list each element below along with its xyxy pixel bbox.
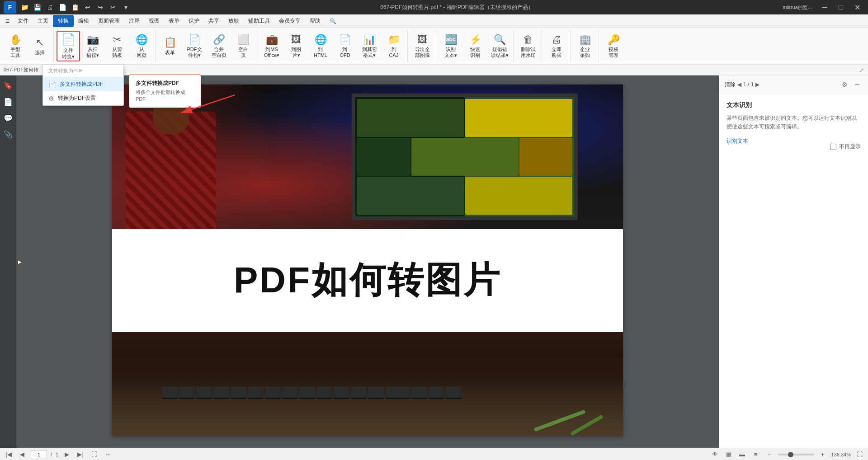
fit-page-btn[interactable]: ⛶	[89, 450, 99, 460]
menu-view[interactable]: 视图	[144, 15, 164, 27]
menu-convert[interactable]: 转换	[53, 15, 74, 27]
menu-protect[interactable]: 保护	[184, 15, 204, 27]
file-convert-btn[interactable]: 📄 文件转换▾	[57, 31, 80, 61]
form-btn[interactable]: 📋 表单	[158, 31, 182, 61]
to-other-btn[interactable]: 📊 到其它格式▾	[358, 31, 381, 61]
open-file-btn[interactable]: 📁	[19, 2, 30, 13]
menu-help[interactable]: 帮助	[305, 15, 325, 27]
menu-present[interactable]: 放映	[224, 15, 244, 27]
buy-now-label: 立即购买	[552, 47, 561, 58]
last-page-btn[interactable]: ▶|	[75, 450, 85, 460]
to-office-label: 到MSOffice▾	[264, 47, 280, 58]
pdf-main-title: PDF如何转图片	[121, 256, 614, 305]
blank-page-label: 空白页	[238, 47, 248, 58]
minimize-btn[interactable]: ─	[817, 0, 832, 14]
menu-share[interactable]: 共享	[204, 15, 224, 27]
fit-width-btn[interactable]: ↔	[103, 450, 113, 460]
menu-annotate[interactable]: 注释	[124, 15, 144, 27]
prev-page-btn[interactable]: ◀	[17, 450, 27, 460]
recognize-text-btn[interactable]: 🔤 识别文本▾	[439, 31, 462, 61]
close-btn[interactable]: ✕	[850, 0, 864, 14]
webpage-btn[interactable]: 🌐 从网页	[130, 31, 153, 61]
dropdown-item-multi[interactable]: 📄 多文件转换成PDF	[43, 77, 123, 91]
fullscreen-btn[interactable]: ⛶	[854, 450, 864, 460]
sidebar-pages-icon[interactable]: 📄	[2, 95, 14, 108]
dropdown-item-settings[interactable]: ⚙ 转换为PDF设置	[43, 91, 123, 105]
next-page-btn[interactable]: ▶	[62, 450, 72, 460]
blank-page-btn[interactable]: ⬜ 空白页	[231, 31, 255, 61]
export-images-btn[interactable]: 🖼 导出全部图像	[410, 31, 434, 61]
file-convert-label: 文件转换▾	[62, 47, 75, 59]
print-btn[interactable]: 🖨	[44, 2, 55, 13]
buy-now-btn[interactable]: 🖨 立即购买	[545, 31, 568, 61]
grid-view-btn[interactable]: ▦	[724, 450, 734, 460]
first-page-btn[interactable]: |◀	[4, 450, 14, 460]
page-prev-icon[interactable]: ◀	[737, 81, 741, 88]
page-separator: /	[51, 452, 52, 457]
menu-edit[interactable]: 编辑	[74, 15, 94, 27]
sidebar-collapse-btn[interactable]: ▶	[16, 255, 24, 268]
quick-recognize-btn[interactable]: ⚡ 快速识别	[463, 31, 487, 61]
enterprise-btn[interactable]: 🏢 企业采购	[573, 31, 597, 61]
hamburger-menu[interactable]: ≡	[2, 15, 13, 27]
merge-btn[interactable]: 🔗 合并空白页	[207, 31, 231, 61]
sidebar-attach-icon[interactable]: 📎	[2, 128, 14, 141]
page-number-input[interactable]	[31, 450, 47, 459]
sidebar-bookmark-icon[interactable]: 🔖	[2, 79, 14, 92]
remove-watermark-btn[interactable]: 🗑 删除试用水印	[516, 31, 540, 61]
enterprise-label: 企业采购	[580, 47, 590, 58]
to-caj-btn[interactable]: 📁 到CAJ	[382, 31, 406, 61]
ribbon-group-license: 🔑 授权管理	[600, 30, 627, 62]
ribbon-group-watermark: 🗑 删除试用水印	[514, 30, 542, 62]
menu-form[interactable]: 表单	[164, 15, 184, 27]
window-title: 067-PDF如何转图片.pdf * - 福昕PDF编辑器（未经授权的产品）	[131, 4, 783, 11]
zoom-slider[interactable]	[778, 454, 814, 455]
copy-btn[interactable]: 📋	[70, 2, 80, 13]
to-office-btn[interactable]: 💼 到MSOffice▾	[260, 31, 283, 61]
maximize-btn[interactable]: □	[834, 0, 848, 14]
menu-tools[interactable]: 辅助工具	[244, 15, 274, 27]
menu-file[interactable]: 文件	[13, 15, 33, 27]
scroll-btn[interactable]: ≡	[751, 450, 761, 460]
to-html-btn[interactable]: 🌐 到HTML	[309, 31, 332, 61]
cut-btn[interactable]: ✂	[108, 2, 118, 13]
menu-vip[interactable]: 会员专享	[274, 15, 305, 27]
more-tools-btn[interactable]: ▾	[120, 2, 131, 13]
clipboard-btn[interactable]: ✂ 从剪贴板	[105, 31, 129, 61]
user-label[interactable]: miarua的监...	[783, 4, 812, 11]
save-btn[interactable]: 💾	[32, 2, 42, 13]
select-tool-btn[interactable]: ↖ 选择	[28, 31, 52, 61]
titlebar: F 📁 💾 🖨 📄 📋 ↩ ↪ ✂ ▾ 067-PDF如何转图片.pdf * -…	[0, 0, 868, 14]
to-image-btn[interactable]: 🖼 到图片▾	[284, 31, 308, 61]
to-caj-icon: 📁	[388, 34, 400, 46]
eye-icon[interactable]: 👁	[710, 450, 720, 460]
clear-label[interactable]: 清除	[725, 81, 736, 89]
pdf-page: PDF如何转图片	[112, 84, 623, 436]
panel-close-btn[interactable]: ─	[852, 79, 863, 90]
page-next-icon[interactable]: ▶	[755, 81, 760, 88]
pdf-title-area: PDF如何转图片	[112, 229, 623, 332]
to-ofd-btn[interactable]: 📄 到OFD	[333, 31, 357, 61]
hand-tool-btn[interactable]: ✋ 手型工具	[4, 31, 27, 61]
zoom-in-btn[interactable]: ＋	[818, 450, 828, 460]
single-page-btn[interactable]: ▬	[737, 450, 747, 460]
to-html-label: 到HTML	[314, 47, 327, 58]
license-btn[interactable]: 🔑 授权管理	[602, 31, 625, 61]
redo-btn[interactable]: ↪	[95, 2, 106, 13]
pdf-content-area[interactable]: PDF如何转图片	[16, 75, 719, 448]
menu-search-btn[interactable]: 🔍	[325, 16, 341, 26]
error-results-btn[interactable]: 🔍 疑似错误结果▾	[488, 31, 511, 61]
scan-label: 从扫描仪▾	[86, 47, 99, 58]
scan-btn[interactable]: 📷 从扫描仪▾	[81, 31, 104, 61]
sidebar-comment-icon[interactable]: 💬	[2, 112, 14, 124]
ocr-recognize-link[interactable]: 识别文本	[726, 138, 748, 144]
no-show-label[interactable]: 不再显示	[839, 143, 861, 150]
new-file-btn[interactable]: 📄	[57, 2, 68, 13]
menu-home[interactable]: 主页	[33, 15, 53, 27]
zoom-out-btn[interactable]: －	[764, 450, 774, 460]
no-show-checkbox[interactable]	[830, 144, 836, 150]
pdf-package-btn[interactable]: 📄 PDF文件包▾	[183, 31, 206, 61]
menu-pages[interactable]: 页面管理	[94, 15, 124, 27]
undo-btn[interactable]: ↩	[82, 2, 93, 13]
panel-settings-btn[interactable]: ⚙	[839, 79, 850, 90]
